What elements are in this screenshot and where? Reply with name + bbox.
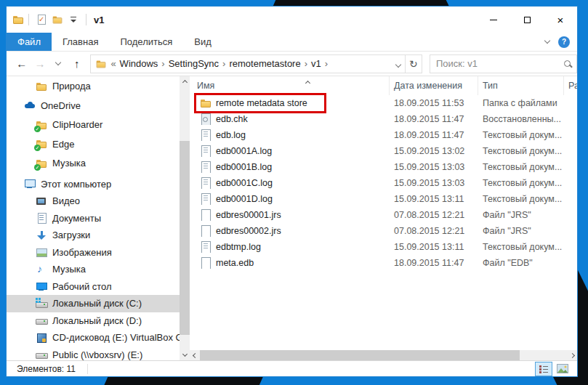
tab-file[interactable]: Файл	[7, 33, 52, 51]
scrollbar-thumb[interactable]	[180, 141, 190, 335]
qat-new-folder-button[interactable]	[49, 11, 65, 28]
sidebar-item[interactable]: Изображения	[7, 244, 180, 262]
file-row[interactable]: edb0001D.log15.09.2015 13:11Текстовый до…	[190, 191, 577, 207]
tab-home[interactable]: Главная	[52, 33, 109, 51]
file-row[interactable]: edb0001C.log15.09.2015 13:03Текстовый до…	[190, 175, 577, 191]
file-date: 18.09.2015 11:47	[390, 130, 478, 140]
file-type: Восстановленны...	[478, 114, 564, 124]
search-input[interactable]	[436, 58, 564, 69]
divider	[87, 364, 88, 374]
scroll-down-button[interactable]	[180, 350, 190, 360]
file-row[interactable]: edb0001B.log15.09.2015 13:03Текстовый до…	[190, 159, 577, 175]
breadcrumb-item[interactable]: v1	[311, 58, 321, 69]
search-box	[430, 54, 577, 73]
file-row[interactable]: edb.log18.09.2015 11:47Текстовый докум..…	[190, 127, 577, 143]
file-name: edb.log	[216, 130, 246, 140]
file-name-cell: edb.log	[190, 129, 390, 141]
scroll-left-button[interactable]	[190, 350, 200, 360]
breadcrumb-overflow[interactable]: «	[110, 58, 116, 69]
sidebar-item-label: Рабочий стол	[52, 281, 112, 292]
up-button[interactable]: ↑	[68, 54, 86, 73]
tab-share[interactable]: Поделиться	[109, 33, 183, 51]
tab-view[interactable]: Вид	[183, 33, 222, 51]
file-date: 15.09.2015 13:03	[390, 162, 478, 172]
file-date: 07.08.2015 12:21	[390, 226, 478, 236]
maximize-icon	[524, 17, 531, 23]
details-view-button[interactable]	[535, 362, 552, 376]
forward-button[interactable]: →	[31, 54, 49, 73]
sidebar-vertical-scrollbar[interactable]	[180, 76, 190, 360]
file-row[interactable]: meta.edb18.09.2015 11:47Файл "EDB"	[190, 255, 577, 271]
sidebar-item-label: Документы	[52, 213, 101, 224]
text-doc-icon	[200, 161, 212, 173]
thumbnails-view-button[interactable]	[554, 362, 571, 376]
breadcrumb-item[interactable]: remotemetastore	[229, 58, 300, 69]
window-title: v1	[94, 15, 104, 25]
text-doc-icon	[200, 193, 212, 205]
folder-synced-icon: ✓	[36, 138, 47, 150]
file-row[interactable]: edbtmp.log15.09.2015 13:11Текстовый доку…	[190, 239, 577, 255]
close-button[interactable]: ×	[544, 7, 577, 33]
file-date: 15.09.2015 13:11	[390, 194, 478, 204]
file-date: 18.09.2015 11:47	[390, 258, 478, 268]
breadcrumb-item[interactable]: Windows	[120, 58, 158, 69]
blank-file-icon	[200, 257, 212, 269]
disk-windows-icon	[36, 298, 47, 309]
file-type: Файл "JRS"	[478, 226, 564, 236]
properties-icon	[36, 15, 47, 25]
scrollbar-thumb[interactable]	[200, 350, 520, 360]
sidebar-item[interactable]: Локальный диск (C:)	[7, 295, 180, 312]
status-bar: Элементов: 11	[7, 360, 577, 376]
sidebar-item[interactable]: Загрузки	[7, 227, 180, 244]
network-drive-icon	[36, 349, 47, 360]
file-row[interactable]: remote metadata store18.09.2015 11:53Пап…	[190, 95, 577, 111]
sidebar-item[interactable]: Музыка	[7, 261, 180, 278]
address-bar[interactable]: « Windows › SettingSync › remotemetastor…	[90, 54, 405, 73]
scroll-right-button[interactable]	[567, 350, 577, 360]
refresh-button[interactable]: ↻	[406, 54, 422, 73]
qat-customize-button[interactable]	[65, 11, 81, 28]
sort-ascending-icon	[306, 77, 310, 87]
videos-icon	[36, 195, 47, 207]
file-name: edb.chk	[216, 114, 248, 124]
sidebar-item[interactable]: Этот компьютер	[7, 176, 180, 193]
sidebar-item[interactable]: Рабочий стол	[7, 278, 180, 296]
address-dropdown-button[interactable]	[396, 58, 400, 69]
help-icon[interactable]: ?	[558, 36, 570, 48]
column-header-size[interactable]: Ра	[564, 76, 577, 95]
sidebar-item[interactable]: ✓Edge	[7, 136, 180, 153]
breadcrumb-item[interactable]: SettingSync	[169, 58, 219, 69]
minimize-button[interactable]	[477, 7, 510, 33]
sidebar-item[interactable]: Видео	[7, 192, 180, 210]
column-header-date[interactable]: Дата изменения	[390, 76, 478, 95]
sidebar-item[interactable]: OneDrive	[7, 97, 180, 115]
sidebar-item[interactable]: Public (\\vboxsrv) (E:)	[7, 346, 180, 361]
column-header-name[interactable]: Имя	[190, 76, 390, 95]
file-name-cell: edb0001C.log	[190, 177, 390, 189]
items-count: Элементов: 11	[17, 364, 76, 374]
file-date: 15.09.2015 13:02	[390, 146, 478, 156]
recent-locations-button[interactable]	[49, 54, 68, 73]
file-row[interactable]: edbres00001.jrs07.08.2015 12:21Файл "JRS…	[190, 207, 577, 223]
sidebar-item[interactable]: Локальный диск (D:)	[7, 312, 180, 330]
back-button[interactable]: ←	[12, 54, 31, 73]
search-icon[interactable]	[564, 60, 571, 67]
sidebar-item[interactable]: ✓ClipHoarder	[7, 116, 180, 134]
file-row[interactable]: edbres00002.jrs07.08.2015 12:21Файл "JRS…	[190, 223, 577, 239]
ribbon-right-controls: ?	[545, 33, 577, 51]
sidebar-item-label: Музыка	[52, 264, 86, 275]
scroll-up-button[interactable]	[180, 76, 190, 86]
file-type: Текстовый докум...	[478, 162, 564, 172]
sidebar-item[interactable]: CD-дисковод (E:) VirtualBox Gues	[7, 329, 180, 346]
file-row[interactable]: edb.chk18.09.2015 11:47Восстановленны...	[190, 111, 577, 127]
sidebar-item-label: Видео	[52, 195, 80, 206]
sidebar-item[interactable]: Природа	[7, 78, 180, 95]
maximize-button[interactable]	[510, 7, 544, 33]
file-row[interactable]: edb0001A.log15.09.2015 13:02Текстовый до…	[190, 143, 577, 159]
file-pane-horizontal-scrollbar[interactable]	[190, 350, 577, 360]
expand-ribbon-icon[interactable]	[544, 38, 550, 44]
qat-properties-button[interactable]	[33, 11, 49, 28]
sidebar-item[interactable]: Документы	[7, 210, 180, 227]
sidebar-item[interactable]: ✓Музыка	[7, 155, 180, 172]
column-header-type[interactable]: Тип	[478, 76, 564, 95]
